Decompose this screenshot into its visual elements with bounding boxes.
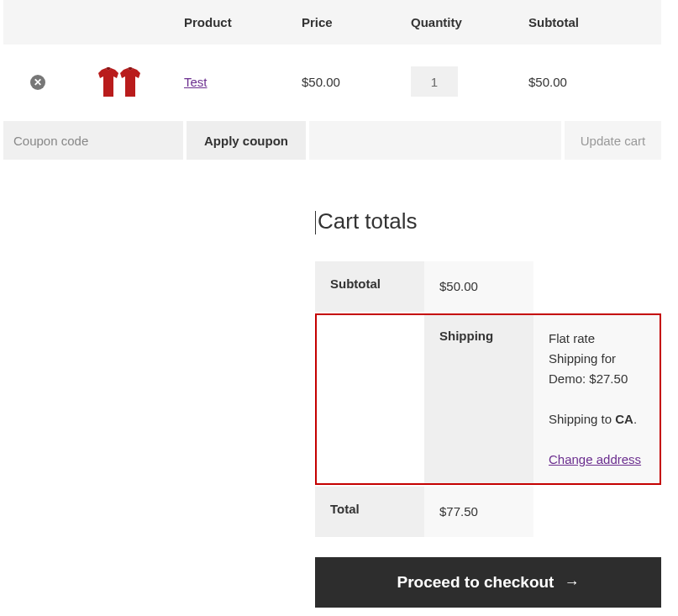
cart-actions-row: Apply coupon Update cart xyxy=(3,121,661,160)
cart-item-row: ✕ Test $50.00 xyxy=(3,45,661,118)
coupon-code-input[interactable] xyxy=(3,121,183,160)
update-cart-button: Update cart xyxy=(565,121,661,160)
total-value: $77.50 xyxy=(424,487,533,537)
shipping-method: Flat rate Shipping for Demo: $27.50 xyxy=(549,329,646,389)
col-quantity-header: Quantity xyxy=(402,0,520,45)
arrow-right-icon: → xyxy=(564,574,579,592)
shipping-label: Shipping xyxy=(424,313,533,485)
total-row: Total $77.50 xyxy=(315,487,661,537)
checkout-label: Proceed to checkout xyxy=(397,573,554,592)
quantity-input[interactable] xyxy=(411,66,458,97)
shipping-row: Shipping Flat rate Shipping for Demo: $2… xyxy=(315,313,661,485)
item-subtotal: $50.00 xyxy=(520,45,661,118)
cart-totals-title: Cart totals xyxy=(315,208,661,234)
remove-item-icon[interactable]: ✕ xyxy=(30,75,45,90)
subtotal-value: $50.00 xyxy=(424,261,533,312)
col-price-header: Price xyxy=(293,0,402,45)
apply-coupon-button[interactable]: Apply coupon xyxy=(187,121,306,160)
text-cursor xyxy=(315,211,316,234)
cart-items-table: Product Price Quantity Subtotal ✕ xyxy=(3,0,661,118)
cart-totals-table: Subtotal $50.00 Shipping Flat rate Shipp… xyxy=(315,260,661,539)
cart-totals-section: Cart totals Subtotal $50.00 Shipping Fla… xyxy=(315,208,661,608)
product-name-link[interactable]: Test xyxy=(184,75,208,89)
proceed-to-checkout-button[interactable]: Proceed to checkout → xyxy=(315,557,661,608)
change-address-link[interactable]: Change address xyxy=(549,450,641,470)
item-price: $50.00 xyxy=(293,45,402,118)
total-label: Total xyxy=(315,487,424,537)
col-subtotal-header: Subtotal xyxy=(520,0,661,45)
product-thumbnail[interactable] xyxy=(96,61,142,99)
col-thumb-header xyxy=(62,0,176,45)
actions-spacer xyxy=(309,121,561,160)
col-product-header: Product xyxy=(176,0,293,45)
col-remove-header xyxy=(3,0,62,45)
subtotal-label: Subtotal xyxy=(315,261,424,312)
subtotal-row: Subtotal $50.00 xyxy=(315,261,661,312)
shipping-destination: Shipping to CA. xyxy=(549,409,646,429)
